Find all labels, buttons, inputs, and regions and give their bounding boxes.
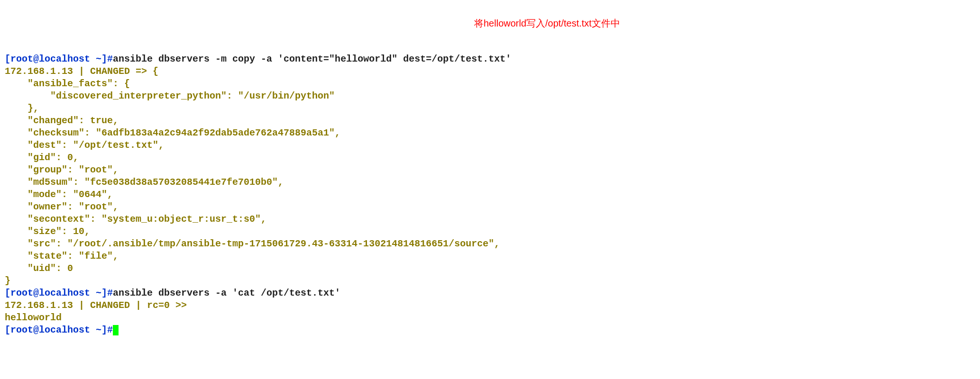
prompt-user: [root@localhost <box>5 288 96 298</box>
command-text: ansible dbservers -a 'cat /opt/test.txt' <box>113 288 340 298</box>
cursor-block <box>113 325 119 335</box>
json-line: "src": "/root/.ansible/tmp/ansible-tmp-1… <box>5 238 500 249</box>
prompt-path: ~]# <box>96 54 113 64</box>
json-line: "discovered_interpreter_python": "/usr/b… <box>5 90 335 101</box>
json-line: } <box>5 275 10 286</box>
prompt-user: [root@localhost <box>5 325 96 335</box>
json-line: "owner": "root", <box>5 201 119 212</box>
annotation-text: 将helloworld写入/opt/test.txt文件中 <box>474 17 620 29</box>
prompt-user: [root@localhost <box>5 54 96 64</box>
json-line: "group": "root", <box>5 164 119 175</box>
json-line: "state": "file", <box>5 251 119 262</box>
output-body: helloworld <box>5 312 62 323</box>
json-line: }, <box>5 103 39 114</box>
json-line: "uid": 0 <box>5 263 73 274</box>
json-line: "ansible_facts": { <box>5 78 130 89</box>
json-line: "mode": "0644", <box>5 189 113 200</box>
ansible-result-header: 172.168.1.13 | CHANGED => { <box>5 66 158 77</box>
ansible-result-header: 172.168.1.13 | CHANGED | rc=0 >> <box>5 300 187 311</box>
json-line: "secontext": "system_u:object_r:usr_t:s0… <box>5 214 266 225</box>
json-line: "md5sum": "fc5e038d38a57032085441e7fe701… <box>5 177 284 188</box>
json-line: "dest": "/opt/test.txt", <box>5 140 164 151</box>
prompt-path: ~]# <box>96 288 113 298</box>
terminal-output[interactable]: [root@localhost ~]#ansible dbservers -m … <box>5 53 975 336</box>
command-text: ansible dbservers -m copy -a 'content="h… <box>113 54 511 64</box>
json-line: "changed": true, <box>5 115 119 126</box>
json-line: "size": 10, <box>5 226 90 237</box>
json-line: "gid": 0, <box>5 152 79 163</box>
json-line: "checksum": "6adfb183a4a2c94a2f92dab5ade… <box>5 127 340 138</box>
prompt-path: ~]# <box>96 325 113 335</box>
